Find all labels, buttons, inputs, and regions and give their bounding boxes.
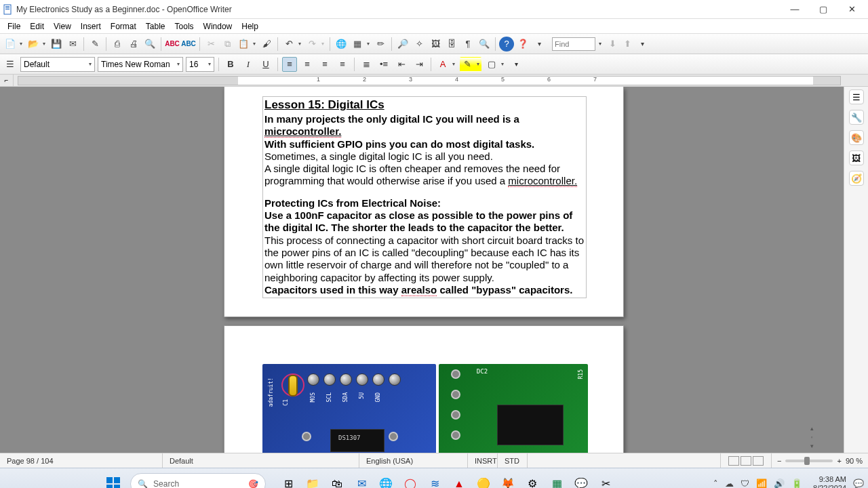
menu-edit[interactable]: Edit — [25, 20, 49, 33]
align-right-button[interactable]: ≡ — [317, 57, 332, 72]
decrease-indent-button[interactable]: ⇤ — [394, 57, 409, 72]
menu-view[interactable]: View — [49, 20, 76, 33]
menu-table[interactable]: Table — [141, 20, 170, 33]
zoom-slider[interactable] — [785, 460, 833, 462]
taskbar-app-store[interactable]: 🛍 — [327, 474, 347, 489]
menu-help[interactable]: Help — [237, 20, 263, 33]
tray-defender-icon[interactable]: 🛡 — [741, 479, 749, 488]
window-maximize-button[interactable]: ▢ — [810, 2, 837, 17]
zoom-button[interactable]: 🔍 — [477, 37, 492, 52]
highlight-button[interactable]: ✎ — [460, 57, 481, 72]
taskbar-app-chrome[interactable]: 🟡 — [473, 474, 494, 489]
copy-button[interactable]: ⧉ — [220, 37, 235, 52]
format-overflow[interactable]: ▾ — [509, 57, 524, 72]
start-button[interactable] — [102, 472, 125, 489]
show-draw-button[interactable]: ✏ — [373, 37, 388, 52]
tray-onedrive-icon[interactable]: ☁ — [725, 479, 734, 488]
next-page-button[interactable]: ▾ — [807, 442, 816, 450]
format-paintbrush-button[interactable]: 🖌 — [259, 37, 274, 52]
find-input[interactable] — [552, 37, 595, 51]
prev-page-button[interactable]: ▴ — [807, 424, 816, 432]
find-overflow[interactable]: ▾ — [635, 37, 650, 52]
background-color-button[interactable]: ▢ — [484, 57, 506, 72]
view-layout-icons[interactable] — [721, 453, 772, 468]
taskbar-app-opera[interactable]: ◯ — [400, 474, 420, 489]
paragraph-style-combo[interactable]: Default — [20, 57, 95, 72]
increase-indent-button[interactable]: ⇥ — [412, 57, 427, 72]
whats-this-button[interactable]: ❓ — [515, 37, 530, 52]
spellcheck-button[interactable]: ABC — [165, 37, 180, 52]
window-close-button[interactable]: ✕ — [838, 2, 865, 17]
zoom-in-button[interactable]: + — [837, 457, 841, 465]
sidebar-navigator-icon[interactable]: 🧭 — [849, 171, 864, 186]
autospell-button[interactable]: ABC — [181, 37, 196, 52]
text-frame[interactable]: Lesson 15: Digital ICs In many projects … — [262, 96, 587, 298]
styles-button[interactable]: ☰ — [3, 57, 18, 72]
menu-window[interactable]: Window — [199, 20, 237, 33]
paste-button[interactable]: 📋 — [236, 37, 258, 52]
export-pdf-button[interactable]: ⎙ — [110, 37, 125, 52]
menu-tools[interactable]: Tools — [170, 20, 199, 33]
tray-notifications-icon[interactable]: 💬 — [853, 479, 864, 488]
help-button[interactable]: ? — [499, 37, 514, 52]
font-name-combo[interactable]: Times New Roman — [98, 57, 183, 72]
hyperlink-button[interactable]: 🌐 — [334, 37, 349, 52]
align-left-button[interactable]: ≡ — [282, 57, 297, 72]
taskbar-search[interactable]: 🔍 Search 🎯 — [130, 473, 266, 489]
tray-volume-icon[interactable]: 🔊 — [774, 479, 785, 488]
menu-format[interactable]: Format — [106, 20, 141, 33]
taskbar-app-discord[interactable]: 💬 — [571, 474, 591, 489]
find-replace-button[interactable]: 🔎 — [395, 37, 410, 52]
taskbar-app-outlook[interactable]: ✉ — [351, 474, 372, 489]
horizontal-ruler[interactable]: 1 2 3 4 5 6 7 — [18, 76, 841, 85]
cut-button[interactable]: ✂ — [203, 37, 218, 52]
print-button[interactable]: 🖨 — [126, 37, 141, 52]
undo-button[interactable]: ↶ — [281, 37, 303, 52]
email-button[interactable]: ✉ — [65, 37, 80, 52]
status-selection-mode[interactable]: STD — [498, 453, 528, 468]
bold-button[interactable]: B — [223, 57, 238, 72]
bullet-list-button[interactable]: •≡ — [376, 57, 391, 72]
status-page[interactable]: Page 98 / 104 — [0, 453, 163, 468]
taskbar-app-explorer[interactable]: 📁 — [302, 474, 323, 489]
find-prev-button[interactable]: ⬇ — [605, 37, 620, 52]
italic-button[interactable]: I — [241, 57, 256, 72]
redo-button[interactable]: ↷ — [304, 37, 326, 52]
new-doc-button[interactable]: 📄 — [3, 37, 24, 52]
align-center-button[interactable]: ≡ — [300, 57, 315, 72]
find-dropdown[interactable]: ▾ — [595, 37, 605, 52]
sidebar-settings-button[interactable]: ☰ — [849, 89, 864, 104]
find-next-button[interactable]: ⬆ — [620, 37, 635, 52]
justify-button[interactable]: ≡ — [335, 57, 350, 72]
taskbar-app-acrobat[interactable]: ▲ — [449, 474, 469, 489]
print-preview-button[interactable]: 🔍 — [142, 37, 157, 52]
font-color-button[interactable]: A — [435, 57, 457, 72]
status-insert-mode[interactable]: INSRT — [468, 453, 498, 468]
menu-insert[interactable]: Insert — [76, 20, 106, 33]
zoom-value[interactable]: 90 % — [846, 457, 863, 465]
gallery-button[interactable]: 🖼 — [428, 37, 443, 52]
taskbar-app-edge[interactable]: 🌐 — [376, 474, 396, 489]
numbered-list-button[interactable]: ≣ — [359, 57, 374, 72]
taskbar-app-firefox[interactable]: 🦊 — [498, 474, 518, 489]
menu-file[interactable]: File — [3, 20, 25, 33]
font-size-combo[interactable]: 16 — [186, 57, 214, 72]
insert-table-button[interactable]: ▦ — [350, 37, 372, 52]
sidebar-styles-icon[interactable]: 🎨 — [849, 130, 864, 145]
nav-select-button[interactable]: ◦ — [807, 433, 816, 441]
status-style[interactable]: Default — [163, 453, 359, 468]
taskbar-app-taskview[interactable]: ⊞ — [278, 474, 298, 489]
sidebar-gallery-icon[interactable]: 🖼 — [849, 150, 864, 165]
data-sources-button[interactable]: 🗄 — [444, 37, 459, 52]
taskbar-app-settings[interactable]: ⚙ — [522, 474, 542, 489]
status-language[interactable]: English (USA) — [359, 453, 468, 468]
taskbar-app-excel[interactable]: ▦ — [547, 474, 567, 489]
navigator-button[interactable]: ✧ — [412, 37, 427, 52]
edit-file-button[interactable]: ✎ — [87, 37, 102, 52]
zoom-out-button[interactable]: − — [777, 457, 781, 465]
tray-battery-icon[interactable]: 🔋 — [791, 479, 802, 488]
tray-chevron-icon[interactable]: ˄ — [713, 479, 718, 488]
save-button[interactable]: 💾 — [49, 37, 64, 52]
sidebar-properties-icon[interactable]: 🔧 — [849, 110, 864, 125]
tab-type-selector[interactable]: ⌐ — [0, 75, 14, 86]
